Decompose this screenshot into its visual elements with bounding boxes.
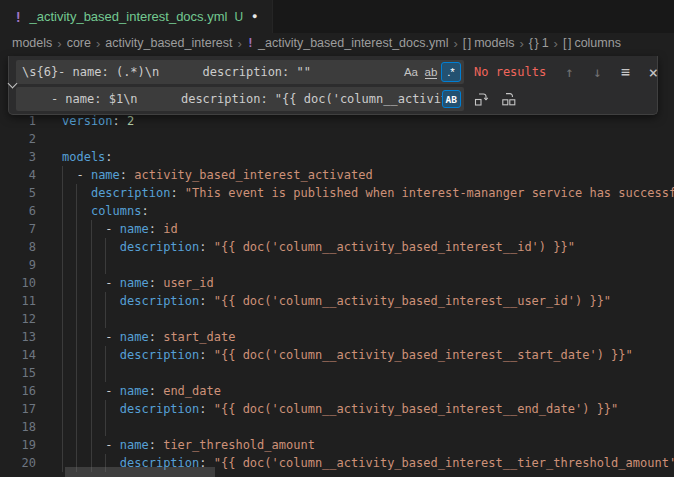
replace-button[interactable] [470, 88, 492, 110]
code-line[interactable]: 19 - name: tier_threshold_amount [0, 436, 674, 454]
chevron-right-icon: › [519, 36, 523, 51]
yaml-file-icon: ! [247, 36, 254, 50]
code-line-text[interactable]: - name: start_date [62, 328, 235, 346]
code-line[interactable]: 5 description: "This event is published … [0, 184, 674, 202]
line-number[interactable]: 11 [0, 292, 36, 310]
line-number[interactable]: 5 [0, 184, 36, 202]
code-line-text[interactable]: description: "{{ doc('column__activity_b… [62, 400, 618, 418]
symbol-array-icon: [ ] [463, 36, 470, 50]
line-number[interactable]: 15 [0, 364, 36, 382]
code-line[interactable]: 6 columns: [0, 202, 674, 220]
line-number[interactable]: 14 [0, 346, 36, 364]
code-line[interactable]: 13 - name: start_date [0, 328, 674, 346]
find-query-text: \s{6}- name: (.*)\n description: "" [22, 65, 401, 79]
previous-match-button[interactable]: ↑ [558, 61, 580, 83]
line-number[interactable]: 13 [0, 328, 36, 346]
line-number[interactable]: 20 [0, 454, 36, 472]
code-line-text[interactable]: description: "This event is published wh… [62, 184, 674, 202]
line-number[interactable]: 6 [0, 202, 36, 220]
yaml-file-icon: ! [14, 9, 22, 25]
regex-toggle[interactable]: .* [441, 62, 461, 82]
line-number[interactable]: 17 [0, 400, 36, 418]
chevron-right-icon: › [57, 36, 61, 51]
modified-dot-icon[interactable]: ● [250, 12, 257, 21]
line-number[interactable]: 7 [0, 220, 36, 238]
preserve-case-toggle[interactable]: AB [442, 90, 461, 108]
match-case-toggle[interactable]: Aa [401, 62, 421, 82]
code-line-text[interactable]: - name: user_id [62, 274, 214, 292]
code-line[interactable]: 17 description: "{{ doc('column__activit… [0, 400, 674, 418]
line-number[interactable]: 12 [0, 310, 36, 328]
code-line-text[interactable]: - name: end_date [62, 382, 221, 400]
replace-input[interactable]: - name: $1\n description: "{{ doc('colum… [16, 87, 464, 111]
replace-all-icon [501, 91, 517, 107]
chevron-right-icon: › [554, 36, 558, 51]
code-line[interactable]: 8 description: "{{ doc('column__activity… [0, 238, 674, 256]
code-line-text[interactable]: description: "{{ doc('column__activity_b… [62, 238, 575, 256]
code-line[interactable]: 12 [0, 310, 674, 328]
line-number[interactable]: 4 [0, 166, 36, 184]
breadcrumb-item-folder[interactable]: activity_based_interest [105, 36, 232, 50]
replace-icon [473, 91, 489, 107]
chevron-right-icon: › [453, 36, 457, 51]
line-number[interactable]: 19 [0, 436, 36, 454]
code-line-text[interactable]: - name: id [62, 220, 178, 238]
editor-pane[interactable]: 1version: 223models:4 - name: activity_b… [0, 53, 674, 477]
code-line-text[interactable]: - name: activity_based_interest_activate… [62, 166, 373, 184]
code-line-text[interactable]: columns: [62, 202, 149, 220]
tab-bar: ! _activity_based_interest_docs.yml U ● [0, 0, 674, 33]
replace-all-button[interactable] [498, 88, 520, 110]
replace-value-text: - name: $1\n description: "{{ doc('colum… [22, 92, 442, 106]
line-number[interactable]: 9 [0, 256, 36, 274]
breadcrumb-item-symbol-1[interactable]: { } 1 [529, 36, 549, 50]
code-line[interactable]: 9 [0, 256, 674, 274]
chevron-right-icon: › [96, 36, 100, 51]
code-line-text[interactable]: description: "{{ doc('column__activity_b… [62, 292, 611, 310]
breadcrumb-item-file[interactable]: ! _activity_based_interest_docs.yml [247, 36, 449, 50]
code-line[interactable]: 7 - name: id [0, 220, 674, 238]
close-find-button[interactable]: × [642, 61, 664, 83]
breadcrumb-item-symbol-columns[interactable]: [ ] columns [563, 36, 621, 50]
code-line-text[interactable]: description: "{{ doc('column__activity_b… [62, 346, 633, 364]
line-number[interactable]: 8 [0, 238, 36, 256]
tab-filename: _activity_based_interest_docs.yml [29, 9, 227, 24]
code-line[interactable]: 4 - name: activity_based_interest_activa… [0, 166, 674, 184]
line-number[interactable]: 10 [0, 274, 36, 292]
code-line[interactable]: 16 - name: end_date [0, 382, 674, 400]
toggle-replace-button[interactable] [9, 56, 16, 114]
code-line[interactable]: 10 - name: user_id [0, 274, 674, 292]
find-in-selection-button[interactable]: ≡ [614, 61, 636, 83]
breadcrumb-item-symbol-models[interactable]: [ ] models [463, 36, 515, 50]
code-line[interactable]: 15 [0, 364, 674, 382]
next-match-button[interactable]: ↓ [586, 61, 608, 83]
find-replace-widget: \s{6}- name: (.*)\n description: "" Aa a… [8, 56, 658, 115]
breadcrumb-item-core[interactable]: core [67, 36, 91, 50]
symbol-array-icon: [ ] [563, 36, 570, 50]
horizontal-scrollbar-thumb[interactable] [65, 467, 215, 477]
line-number[interactable]: 3 [0, 148, 36, 166]
find-input[interactable]: \s{6}- name: (.*)\n description: "" Aa a… [16, 60, 464, 84]
code-line-text[interactable]: - name: tier_threshold_amount [62, 436, 315, 454]
code-line[interactable]: 14 description: "{{ doc('column__activit… [0, 346, 674, 364]
line-number[interactable]: 16 [0, 382, 36, 400]
chevron-right-icon: › [237, 36, 241, 51]
line-number[interactable]: 2 [0, 130, 36, 148]
find-results-count: No results [474, 65, 546, 79]
symbol-object-icon: { } [529, 36, 538, 50]
code-line-text[interactable]: models: [62, 148, 113, 166]
code-line[interactable]: 11 description: "{{ doc('column__activit… [0, 292, 674, 310]
code-line[interactable]: 18 [0, 418, 674, 436]
line-number[interactable]: 18 [0, 418, 36, 436]
code-line[interactable]: 3models: [0, 148, 674, 166]
whole-word-toggle[interactable]: ab [421, 62, 441, 82]
git-untracked-badge: U [234, 10, 243, 24]
breadcrumb: models › core › activity_based_interest … [0, 33, 674, 53]
code-line[interactable]: 2 [0, 130, 674, 148]
breadcrumb-item-models[interactable]: models [12, 36, 52, 50]
tab-active-file[interactable]: ! _activity_based_interest_docs.yml U ● [0, 0, 273, 33]
